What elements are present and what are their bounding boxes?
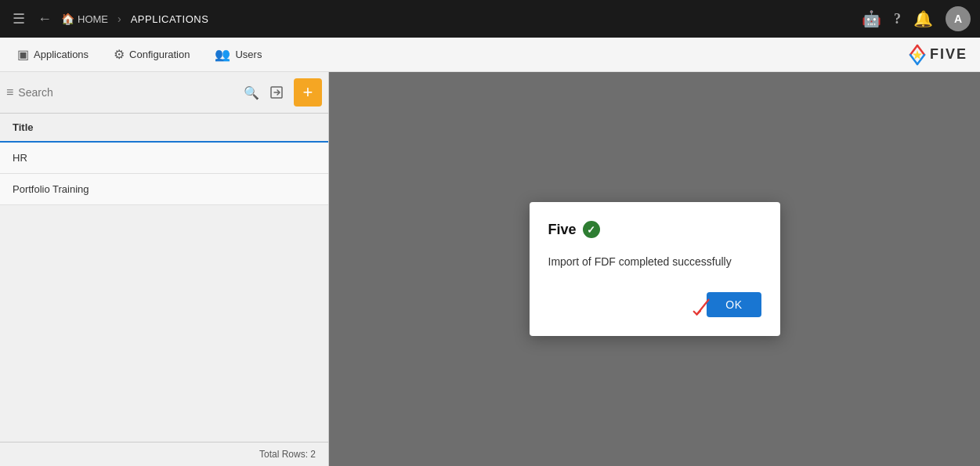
modal-dialog: Five ✓ Import of FDF completed successfu… (530, 202, 780, 336)
table-row[interactable]: HR (0, 143, 328, 174)
tab-users[interactable]: 👥 Users (204, 41, 273, 68)
sub-nav-tabs: ▣ Applications ⚙ Configuration 👥 Users (6, 41, 974, 68)
hamburger-menu-icon[interactable]: ☰ (9, 7, 28, 31)
notification-bell-icon[interactable]: 🔔 (913, 9, 933, 28)
modal-footer: OK (548, 292, 761, 317)
table-column-title: Title (0, 114, 328, 143)
nav-home-label: HOME (78, 13, 108, 25)
nav-home[interactable]: 🏠 HOME (61, 13, 108, 25)
tab-users-label: Users (235, 49, 262, 60)
modal-title: Five ✓ (548, 221, 761, 238)
applications-tab-icon: ▣ (17, 47, 29, 62)
tab-applications-label: Applications (34, 49, 89, 60)
import-button[interactable] (264, 80, 289, 105)
users-tab-icon: 👥 (215, 47, 230, 62)
five-logo: FIVE (906, 44, 967, 66)
svg-marker-4 (913, 50, 922, 60)
top-bar-right: 🤖 ? 🔔 A (862, 6, 971, 31)
success-check-icon: ✓ (583, 221, 600, 238)
help-icon[interactable]: ? (894, 11, 901, 27)
tab-applications[interactable]: ▣ Applications (6, 41, 99, 68)
ok-button[interactable]: OK (707, 292, 761, 317)
nav-current-page: APPLICATIONS (131, 13, 209, 25)
five-logo-text: FIVE (930, 46, 967, 63)
modal-overlay: Five ✓ Import of FDF completed successfu… (329, 72, 980, 466)
search-input[interactable] (18, 86, 239, 99)
home-icon: 🏠 (61, 13, 74, 25)
tab-configuration[interactable]: ⚙ Configuration (103, 41, 201, 68)
search-icon[interactable]: 🔍 (244, 85, 259, 100)
table-footer-total-rows: Total Rows: 2 (0, 442, 328, 466)
add-button[interactable]: + (294, 78, 322, 107)
top-bar-left: ☰ ← 🏠 HOME › APPLICATIONS (9, 7, 855, 31)
sub-nav: ▣ Applications ⚙ Configuration 👥 Users F… (0, 38, 980, 72)
top-nav-bar: ☰ ← 🏠 HOME › APPLICATIONS 🤖 ? 🔔 A (0, 0, 980, 38)
search-bar: ≡ 🔍 + (0, 72, 328, 114)
arrow-indicator (691, 297, 714, 323)
tab-configuration-label: Configuration (129, 49, 190, 60)
import-icon (269, 85, 284, 99)
bot-icon[interactable]: 🤖 (862, 9, 881, 28)
left-panel: ≡ 🔍 + Title HR Portfolio Training Total … (0, 72, 329, 466)
modal-title-text: Five (548, 222, 577, 238)
main-layout: ≡ 🔍 + Title HR Portfolio Training Total … (0, 72, 980, 466)
configuration-tab-icon: ⚙ (114, 47, 125, 62)
nav-separator: › (118, 13, 121, 25)
five-logo-symbol (906, 44, 928, 66)
back-button-icon[interactable]: ← (34, 8, 55, 31)
table-row[interactable]: Portfolio Training (0, 174, 328, 205)
avatar[interactable]: A (946, 6, 971, 31)
right-content: Five ✓ Import of FDF completed successfu… (329, 72, 980, 466)
filter-icon[interactable]: ≡ (6, 85, 13, 99)
table-rows: HR Portfolio Training (0, 143, 328, 442)
modal-message: Import of FDF completed successfully (548, 254, 761, 270)
